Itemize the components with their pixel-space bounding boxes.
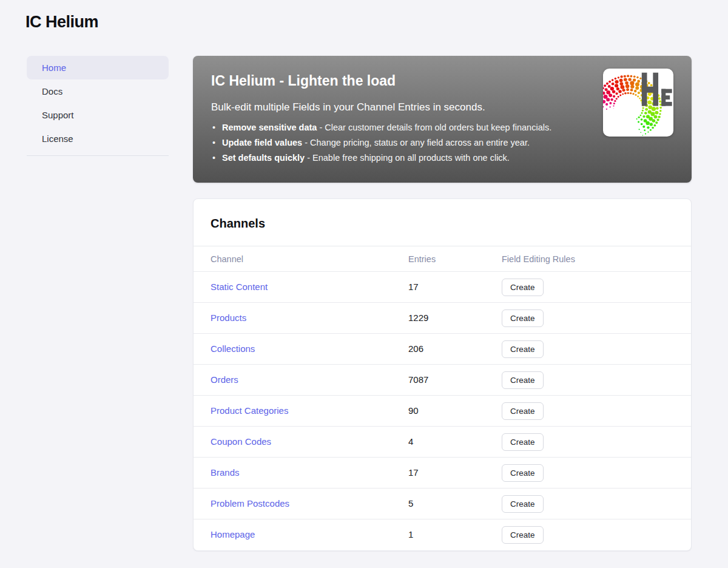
channel-link[interactable]: Collections: [211, 343, 255, 354]
hero-bullet: Set defaults quickly - Enable free shipp…: [211, 152, 588, 164]
table-header-row: Channel Entries Field Editing Rules: [194, 246, 691, 272]
channels-heading: Channels: [194, 199, 691, 246]
hero-banner: IC Helium - Lighten the load Bulk-edit m…: [193, 56, 692, 183]
table-row: Homepage 1 Create: [194, 519, 691, 550]
bullet-text: - Enable free shipping on all products w…: [305, 153, 510, 163]
create-button[interactable]: Create: [502, 371, 544, 389]
sidebar-item-label: Home: [42, 63, 66, 73]
hero-bullet: Update field values - Change pricing, st…: [211, 137, 588, 149]
entries-value: 7087: [408, 374, 428, 385]
entries-value: 17: [408, 282, 419, 292]
column-header-field-editing-rules: Field Editing Rules: [502, 246, 691, 272]
sidebar-item[interactable]: Support: [27, 103, 169, 127]
channel-link[interactable]: Homepage: [211, 529, 255, 539]
table-row: Collections 206 Create: [194, 334, 691, 365]
sidebar-item[interactable]: Docs: [27, 79, 169, 103]
create-button[interactable]: Create: [502, 464, 544, 482]
channel-link[interactable]: Static Content: [211, 282, 268, 292]
channels-table: Channel Entries Field Editing Rules Stat…: [194, 246, 691, 550]
create-button[interactable]: Create: [502, 495, 544, 513]
entries-value: 1: [408, 529, 413, 539]
hero-subtitle: Bulk-edit multiple Fields in your Channe…: [211, 101, 588, 114]
entries-value: 1229: [408, 313, 428, 323]
entries-value: 206: [408, 343, 423, 354]
create-button[interactable]: Create: [502, 279, 544, 296]
column-header-entries: Entries: [408, 246, 502, 272]
channel-link[interactable]: Brands: [211, 467, 240, 478]
table-row: Product Categories 90 Create: [194, 396, 691, 427]
hero-bullet: Remove sensitive data - Clear customer d…: [211, 121, 588, 134]
sidebar-item-list: Home Docs Support License: [27, 56, 169, 150]
entries-value: 5: [408, 498, 413, 509]
entries-value: 17: [408, 467, 419, 478]
helium-logo: [603, 69, 673, 137]
entries-value: 4: [408, 436, 413, 447]
helium-rainbow-dots-icon: [603, 69, 673, 137]
sidebar-divider: [27, 155, 169, 156]
table-row: Coupon Codes 4 Create: [194, 427, 691, 458]
hero-title: IC Helium - Lighten the load: [211, 72, 588, 90]
table-row: Products 1229 Create: [194, 303, 691, 334]
sidebar-item-label: Support: [42, 110, 74, 120]
bullet-text: - Clear customer details from old orders…: [317, 123, 551, 132]
main-content: IC Helium - Lighten the load Bulk-edit m…: [193, 56, 692, 551]
channel-link[interactable]: Products: [211, 313, 246, 323]
bullet-lead: Remove sensitive data: [222, 123, 317, 132]
channel-link[interactable]: Problem Postcodes: [211, 498, 289, 509]
create-button[interactable]: Create: [502, 309, 544, 327]
create-button[interactable]: Create: [502, 402, 544, 420]
table-row: Problem Postcodes 5 Create: [194, 489, 691, 519]
bullet-lead: Set defaults quickly: [222, 153, 305, 163]
channels-card: Channels Channel Entries Field Editing R…: [193, 198, 692, 551]
channel-link[interactable]: Product Categories: [211, 405, 288, 416]
channel-link[interactable]: Orders: [211, 374, 238, 385]
entries-value: 90: [408, 405, 419, 416]
create-button[interactable]: Create: [502, 433, 544, 451]
create-button[interactable]: Create: [502, 526, 544, 544]
sidebar-item-label: License: [42, 134, 73, 144]
table-row: Brands 17 Create: [194, 458, 691, 489]
sidebar-item-label: Docs: [42, 86, 62, 96]
sidebar-item[interactable]: License: [27, 127, 169, 150]
sidebar-nav: Home Docs Support License: [27, 56, 169, 551]
channel-link[interactable]: Coupon Codes: [211, 436, 271, 447]
page-title: IC Helium: [25, 12, 728, 32]
sidebar-item[interactable]: Home: [27, 56, 169, 79]
layout: Home Docs Support License IC Helium - Li…: [0, 56, 728, 551]
column-header-channel: Channel: [194, 246, 408, 272]
table-row: Static Content 17 Create: [194, 272, 691, 303]
hero-bullet-list: Remove sensitive data - Clear customer d…: [211, 121, 588, 164]
bullet-text: - Change pricing, status or any field ac…: [302, 138, 530, 147]
table-row: Orders 7087 Create: [194, 365, 691, 396]
bullet-lead: Update field values: [222, 138, 302, 147]
create-button[interactable]: Create: [502, 340, 544, 358]
